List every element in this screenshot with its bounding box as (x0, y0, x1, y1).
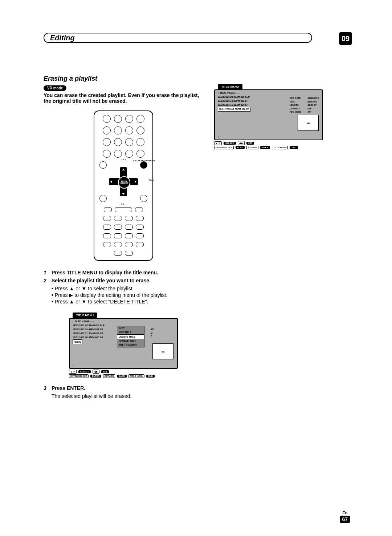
step-2-sub-b: Press ▶ to display the editing menu of t… (52, 292, 203, 298)
remote-button (114, 115, 122, 123)
set-label: SET (246, 142, 254, 145)
step-3: 3 Press ENTER. (44, 385, 203, 391)
info-rec-date: REC DATE:12/01/2003 (290, 97, 319, 100)
remote-button (103, 126, 111, 134)
info-key: TIME (290, 100, 307, 104)
remote-button (125, 115, 133, 123)
submenu-item: EDIT TITLE (117, 330, 144, 334)
remote-pill-button (103, 225, 111, 230)
title-menu-body: DISC NAME:------ 11/23/2003 08:41AM 006 … (69, 318, 178, 369)
remote-pill-button (125, 251, 133, 256)
section-title: Erasing a playlist (44, 75, 352, 82)
remote-corner-button (140, 195, 147, 202)
remote-pill-button (103, 242, 111, 247)
remote-pill-button (125, 242, 133, 247)
step-2-sub-a: Press ▲ or ▼ to select the playlist. (52, 286, 203, 291)
bottom-bar-2: ENTER/SELECT ENTER RETURN BACK TITLE MEN… (69, 374, 178, 378)
ch-minus-label: CH − (121, 203, 126, 205)
remote-button (136, 138, 144, 146)
remote-button (136, 150, 144, 158)
info-key: LENGTH (290, 104, 307, 107)
dpad: ENTER /SELECT (109, 167, 138, 196)
end-label: END (290, 146, 298, 149)
ch-plus-label: CH + (121, 158, 126, 161)
play-label: PLAY (236, 146, 245, 149)
info-val: :00:30:07 (307, 104, 317, 106)
remote-button (103, 138, 111, 146)
dpad-area: TITLE MENU / TOP MENU CH + CH − TRK + EN… (94, 160, 152, 203)
submenu-item: RENAME TITLE (117, 339, 144, 343)
remote-pill-button (125, 225, 133, 230)
right-arrow-icon (135, 180, 136, 183)
select-label: SELECT (224, 142, 236, 145)
info-length: LENGTH:00:30:07 (290, 104, 319, 107)
remote-pill-button (136, 225, 144, 230)
remote-pill-button (115, 207, 132, 212)
step-text: Press TITLE MENU to display the title me… (52, 270, 158, 275)
remote-button (136, 126, 144, 134)
list-end-marker (218, 136, 219, 138)
list-end-marker (73, 364, 74, 367)
updown-icon: ▲▼ (214, 141, 222, 145)
select-label: SELECT (78, 370, 91, 373)
remote-pill-button (114, 233, 122, 238)
page-number: 67 (340, 516, 350, 523)
step-2: 2 Select the playlist title you want to … (44, 278, 203, 283)
return-icon: RETURN (103, 374, 115, 378)
enter-select-button: ENTER /SELECT (118, 176, 130, 189)
remote-pill-button (114, 251, 122, 256)
title-row-selected: 12/01/2003 06:52PM 006 XP (218, 107, 250, 112)
info-channel: CHANNEL:006 (290, 107, 319, 111)
title-menu-body: DISC NAME:------ 11/23/2003 08:41AM 006 … (214, 89, 323, 140)
remote-corner-button (99, 161, 107, 169)
remote-pill-button (136, 216, 144, 221)
title-submenu: PLAY EDIT TITLE DELETE TITLE RENAME TITL… (117, 326, 144, 347)
left-arrow-icon (110, 180, 112, 183)
remote-button (125, 126, 133, 134)
remote-pill-button (125, 233, 133, 238)
side-val: M (151, 331, 154, 335)
up-arrow-icon (122, 169, 125, 170)
side-val: 003 (151, 328, 154, 331)
lang-label: En (340, 511, 350, 515)
remote-pill-button (136, 233, 144, 238)
remote-pill-button (103, 233, 111, 238)
remote-button (114, 150, 122, 158)
step-1: 1 Press TITLE MENU to display the title … (44, 270, 203, 275)
end-label: END (146, 375, 155, 378)
title-menu-button-icon (140, 161, 147, 169)
remote-pill-button (136, 242, 144, 247)
remote-pill-button (125, 216, 133, 221)
remote-pill-button (114, 225, 122, 230)
step-2-sub-c: Press ▲ or ▼ to select "DELETE TITLE". (52, 299, 203, 305)
back-label: BACK (117, 375, 127, 378)
header: Editing 09 (44, 33, 352, 46)
enter-select-icon: ENTER/SELECT (214, 146, 234, 149)
leftright-icon: ◀▶ (238, 141, 245, 145)
remote-pill-button (135, 207, 143, 212)
remote-pill-button (103, 216, 111, 221)
remote-button (114, 138, 122, 146)
intro-text: You can erase the created playlist. Even… (44, 92, 203, 104)
remote-diagram: TITLE MENU / TOP MENU CH + CH − TRK + EN… (44, 110, 203, 261)
info-key: REC DATE (290, 97, 307, 100)
updown-icon: ▲▼ (69, 370, 77, 374)
trk-label: TRK + (148, 179, 154, 181)
remote-button (103, 115, 111, 123)
step-text: Select the playlist title you want to er… (52, 278, 151, 283)
remote-button (125, 138, 133, 146)
return-icon: RETURN (246, 146, 258, 149)
remote-button (114, 126, 122, 134)
title-menu-label: TITLE MENU (73, 313, 97, 318)
chapter-number: 09 (342, 35, 350, 43)
disc-name-label: DISC NAME:------ (73, 320, 173, 323)
section-header-pill: Editing (44, 33, 312, 43)
remote-pill-button (114, 216, 122, 221)
bottom-bar: ▲▼ SELECT ◀▶ SET (69, 370, 178, 374)
content-columns: VR mode You can erase the created playli… (44, 82, 352, 399)
remote-button (125, 150, 133, 158)
step-3-desc: The selected playlist will be erased. (52, 393, 203, 399)
step-3-block: 3 Press ENTER. The selected playlist wil… (44, 385, 203, 399)
title-menu-panel-right: TITLE MENU DISC NAME:------ 11/23/2003 0… (214, 82, 323, 149)
section-header-title: Editing (50, 34, 75, 42)
